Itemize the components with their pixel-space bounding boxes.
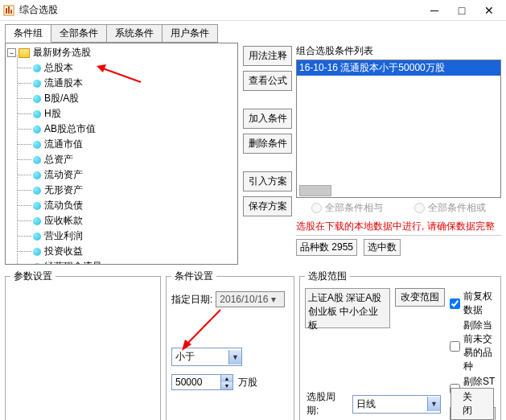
tree-item-label: 流通股本 bbox=[44, 76, 83, 90]
svg-rect-2 bbox=[8, 6, 10, 14]
tree-item-label: 流通市值 bbox=[44, 138, 83, 151]
leaf-icon bbox=[33, 263, 41, 266]
tree-item-label: 总资产 bbox=[44, 153, 73, 167]
tree-item-label: 总股本 bbox=[44, 61, 73, 75]
tree-item[interactable]: 无形资产 bbox=[7, 183, 236, 198]
status-selected: 选中数 bbox=[364, 239, 401, 256]
tree-item[interactable]: H股 bbox=[7, 106, 236, 121]
add-cond-button[interactable]: 加入条件 bbox=[243, 109, 292, 129]
svg-rect-3 bbox=[10, 10, 12, 14]
tree-item-label: AB股总市值 bbox=[44, 122, 96, 136]
params-fieldset: 参数设置 bbox=[5, 270, 161, 420]
cycle-label: 选股周期: bbox=[306, 390, 348, 418]
leaf-icon bbox=[33, 80, 41, 88]
save-button[interactable]: 保存方案 bbox=[243, 196, 292, 216]
leaf-icon bbox=[33, 171, 41, 179]
spin-down-icon[interactable]: ▼ bbox=[220, 382, 232, 389]
chk-untraded[interactable]: 剔除当前未交易的品种 bbox=[450, 319, 496, 373]
change-range-button[interactable]: 改变范围 bbox=[395, 288, 445, 307]
import-button[interactable]: 引入方案 bbox=[243, 171, 292, 191]
leaf-icon bbox=[33, 110, 41, 118]
tab-user[interactable]: 用户条件 bbox=[162, 24, 218, 43]
maximize-button[interactable]: □ bbox=[448, 0, 475, 21]
tree-item[interactable]: 流动负债 bbox=[7, 198, 236, 213]
leaf-icon bbox=[33, 202, 41, 210]
params-legend: 参数设置 bbox=[10, 270, 56, 283]
tree-item-label: 经营现金流量 bbox=[44, 260, 102, 265]
tab-group[interactable]: 条件组 bbox=[5, 24, 51, 43]
leaf-icon bbox=[33, 141, 41, 149]
tree-item-label: 流动负债 bbox=[44, 199, 83, 212]
leaf-icon bbox=[33, 126, 41, 134]
condition-tree[interactable]: − 最新财务选股 总股本流通股本B股/A股H股AB股总市值流通市值总资产流动资产… bbox=[5, 43, 238, 265]
leaf-icon bbox=[33, 233, 41, 241]
close-dialog-button[interactable]: 关闭 bbox=[450, 388, 494, 420]
app-icon bbox=[3, 5, 14, 16]
tree-collapse-icon[interactable]: − bbox=[7, 48, 16, 57]
cond-listbox[interactable]: 16-10-16 流通股本小于50000万股 bbox=[296, 60, 501, 198]
operator-dropdown[interactable]: 小于 ▼ bbox=[171, 348, 242, 366]
tab-bar: 条件组 全部条件 系统条件 用户条件 bbox=[0, 21, 506, 43]
tree-item[interactable]: 应收帐款 bbox=[7, 213, 236, 229]
chevron-down-icon[interactable]: ▼ bbox=[228, 350, 241, 364]
tree-item-label: B股/A股 bbox=[44, 92, 79, 105]
tree-item[interactable]: 营业利润 bbox=[7, 229, 236, 244]
cond-list-label: 组合选股条件列表 bbox=[296, 44, 501, 58]
leaf-icon bbox=[33, 217, 41, 225]
scrollbar-thumb[interactable] bbox=[299, 185, 331, 196]
warning-text: 选股在下载的本地数据中进行, 请确保数据完整 bbox=[296, 218, 501, 235]
range-legend: 选股范围 bbox=[305, 270, 350, 283]
leaf-icon bbox=[33, 156, 41, 164]
tree-item[interactable]: 总资产 bbox=[7, 152, 236, 167]
folder-icon bbox=[19, 48, 30, 58]
status-count: 品种数 2955 bbox=[296, 239, 357, 256]
chevron-down-icon[interactable]: ▼ bbox=[427, 397, 440, 411]
leaf-icon bbox=[33, 248, 41, 256]
tree-item-label: 流动资产 bbox=[44, 168, 83, 182]
radio-and[interactable]: 全部条件相与 bbox=[311, 201, 383, 215]
usage-button[interactable]: 用法注释 bbox=[243, 46, 292, 66]
tree-item-label: H股 bbox=[44, 107, 61, 121]
close-button[interactable]: ✕ bbox=[475, 0, 503, 21]
del-cond-button[interactable]: 删除条件 bbox=[243, 134, 292, 154]
date-label: 指定日期: bbox=[171, 293, 212, 307]
tree-item[interactable]: B股/A股 bbox=[7, 91, 236, 106]
cond-legend: 条件设置 bbox=[171, 270, 216, 283]
spin-up-icon[interactable]: ▲ bbox=[220, 375, 232, 382]
tree-item-label: 投资收益 bbox=[44, 245, 83, 258]
range-desc: 上证A股 深证A股 创业板 中小企业板 bbox=[305, 288, 390, 328]
tree-item-label: 无形资产 bbox=[44, 183, 83, 197]
leaf-icon bbox=[33, 187, 41, 195]
range-fieldset: 选股范围 上证A股 深证A股 创业板 中小企业板 改变范围 前复权数据 剔除当前… bbox=[299, 270, 501, 420]
cond-fieldset: 条件设置 指定日期: 2016/10/16▾ 小于 ▼ 50000 ▲▼ 万股 bbox=[166, 270, 294, 420]
radio-or[interactable]: 全部条件相或 bbox=[414, 201, 486, 215]
chk-fq[interactable]: 前复权数据 bbox=[450, 290, 496, 317]
tree-item[interactable]: 流通市值 bbox=[7, 137, 236, 152]
formula-button[interactable]: 查看公式 bbox=[243, 71, 292, 91]
tree-item[interactable]: 流动资产 bbox=[7, 167, 236, 183]
leaf-icon bbox=[33, 64, 41, 72]
tree-item-label: 营业利润 bbox=[44, 229, 83, 243]
tab-system[interactable]: 系统条件 bbox=[106, 24, 162, 43]
tree-item[interactable]: 投资收益 bbox=[7, 244, 236, 259]
calendar-icon: ▾ bbox=[271, 294, 276, 305]
tree-item[interactable]: 总股本 bbox=[7, 60, 236, 76]
tree-item[interactable]: AB股总市值 bbox=[7, 121, 236, 137]
cond-list-item-selected[interactable]: 16-10-16 流通股本小于50000万股 bbox=[297, 60, 500, 76]
tab-all[interactable]: 全部条件 bbox=[51, 24, 107, 43]
leaf-icon bbox=[33, 95, 41, 103]
svg-rect-1 bbox=[6, 8, 7, 14]
unit-label: 万股 bbox=[238, 376, 257, 389]
date-input[interactable]: 2016/10/16▾ bbox=[216, 291, 285, 307]
minimize-button[interactable]: ─ bbox=[421, 0, 448, 21]
window-title: 综合选股 bbox=[19, 3, 421, 17]
tree-item-label: 应收帐款 bbox=[44, 214, 83, 228]
tree-item[interactable]: 流通股本 bbox=[7, 76, 236, 91]
value-spinner[interactable]: 50000 ▲▼ bbox=[171, 374, 233, 390]
tree-item[interactable]: 经营现金流量 bbox=[7, 259, 236, 265]
cycle-dropdown[interactable]: 日线 ▼ bbox=[352, 395, 441, 414]
tree-root-label[interactable]: 最新财务选股 bbox=[33, 46, 91, 60]
